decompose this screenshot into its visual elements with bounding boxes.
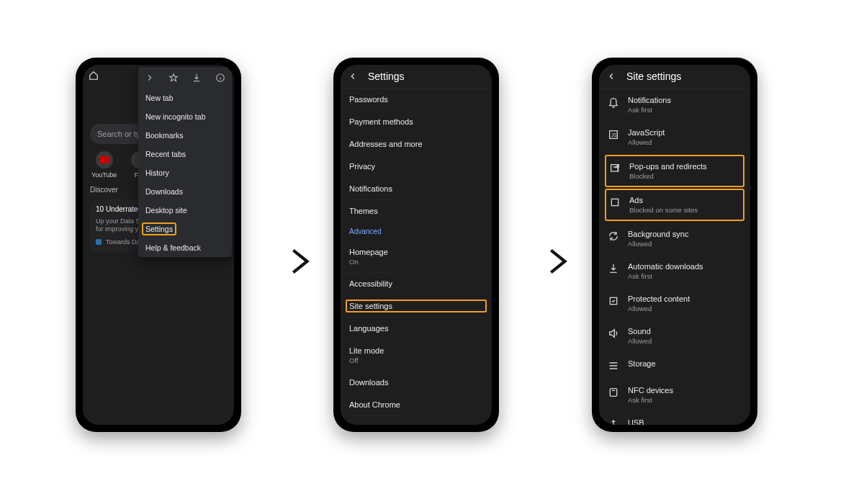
chip-label: YouTube	[91, 171, 117, 179]
back-icon[interactable]	[348, 71, 358, 81]
js-icon: JS	[608, 129, 619, 140]
home-icon[interactable]	[89, 71, 99, 81]
settings-item-passwords[interactable]: Passwords	[341, 89, 492, 111]
protect-icon	[608, 295, 619, 307]
site-setting-label: Notifications	[628, 96, 671, 104]
shortcut-chip[interactable]: YouTube	[91, 151, 117, 179]
menu-item-bookmarks[interactable]: Bookmarks	[138, 126, 232, 145]
site-setting-label: Protected content	[628, 294, 690, 303]
settings-item-site-settings[interactable]: Site settings	[341, 295, 492, 318]
settings-item-homepage[interactable]: HomepageOn	[341, 241, 492, 273]
settings-item-label: Privacy	[349, 162, 483, 171]
phone1-screen: G Search or type w YouTubeFac Discover 1…	[83, 65, 234, 425]
menu-item-desktop-site[interactable]: Desktop site	[138, 201, 232, 220]
settings-item-label: Accessibility	[349, 279, 483, 288]
svg-rect-6	[611, 199, 618, 205]
settings-item-about-chrome[interactable]: About Chrome	[341, 394, 492, 416]
menu-item-new-tab[interactable]: New tab	[138, 89, 232, 107]
menu-item-history[interactable]: History	[138, 163, 232, 182]
stop-icon	[609, 197, 621, 208]
settings-item-label: Homepage	[349, 248, 483, 256]
phone-step-1: G Search or type w YouTubeFac Discover 1…	[76, 58, 241, 432]
settings-item-accessibility[interactable]: Accessibility	[341, 273, 492, 295]
youtube-icon	[96, 151, 113, 168]
site-setting-pop-ups-and-redirects[interactable]: Pop-ups and redirectsBlocked	[605, 155, 744, 187]
usb-icon	[608, 419, 619, 425]
menu-item-help-feedback[interactable]: Help & feedback	[138, 238, 232, 257]
phone2-screen: Settings PasswordsPayment methodsAddress…	[341, 65, 492, 425]
site-setting-label: Background sync	[628, 230, 688, 238]
settings-item-label: Notifications	[349, 184, 483, 193]
site-setting-sub: Ask first	[628, 272, 703, 280]
menu-top-icons	[138, 67, 232, 89]
settings-item-privacy[interactable]: Privacy	[341, 156, 492, 178]
forward-icon[interactable]	[145, 73, 155, 83]
site-setting-background-sync[interactable]: Background syncAllowed	[599, 222, 750, 255]
popup-icon	[609, 163, 621, 174]
site-settings-title: Site settings	[626, 71, 681, 82]
settings-item-label: Themes	[349, 207, 483, 215]
step-arrow-1	[282, 245, 315, 278]
phone3-screen: Site settings NotificationsAsk firstJSJa…	[599, 65, 750, 425]
settings-item-notifications[interactable]: Notifications	[341, 178, 492, 200]
site-setting-label: JavaScript	[628, 128, 665, 137]
download-icon	[608, 263, 619, 274]
settings-item-label: Lite mode	[349, 346, 483, 355]
sound-icon	[608, 328, 619, 339]
svg-rect-8	[610, 389, 616, 397]
storage-icon	[608, 360, 619, 372]
site-setting-sub: Allowed	[628, 138, 665, 146]
site-setting-nfc-devices[interactable]: NFC devicesAsk first	[599, 379, 750, 411]
settings-item-sub: On	[349, 258, 483, 266]
section-header: Advanced	[341, 222, 492, 241]
site-setting-ads[interactable]: AdsBlocked on some sites	[605, 189, 744, 221]
bell-icon	[608, 96, 619, 108]
menu-item-recent-tabs[interactable]: Recent tabs	[138, 145, 232, 163]
svg-rect-5	[611, 165, 618, 171]
menu-item-settings[interactable]: Settings	[138, 220, 232, 238]
site-setting-storage[interactable]: Storage	[599, 352, 750, 379]
settings-item-payment-methods[interactable]: Payment methods	[341, 111, 492, 133]
site-setting-sub: Allowed	[628, 240, 688, 248]
settings-item-sub: Off	[349, 356, 483, 364]
settings-item-label: Passwords	[349, 95, 483, 104]
site-setting-sub: Blocked	[629, 172, 707, 180]
site-setting-notifications[interactable]: NotificationsAsk first	[599, 89, 750, 121]
site-setting-javascript[interactable]: JSJavaScriptAllowed	[599, 121, 750, 153]
nfc-icon	[608, 387, 619, 398]
settings-item-label: Downloads	[349, 378, 483, 387]
site-setting-sub: Ask first	[628, 396, 673, 404]
settings-item-languages[interactable]: Languages	[341, 318, 492, 340]
settings-list: PasswordsPayment methodsAddresses and mo…	[341, 89, 492, 416]
site-setting-sub: Ask first	[628, 106, 671, 114]
settings-header: Settings	[341, 65, 492, 89]
settings-item-label: Site settings	[346, 300, 487, 312]
back-icon[interactable]	[606, 71, 616, 81]
step-arrow-2	[540, 245, 573, 278]
settings-item-label: Languages	[349, 324, 483, 333]
settings-item-themes[interactable]: Themes	[341, 200, 492, 222]
site-settings-list: NotificationsAsk firstJSJavaScriptAllowe…	[599, 89, 750, 425]
highlighted-menu-item: Settings	[142, 222, 176, 235]
site-setting-sub: Allowed	[628, 305, 690, 312]
site-setting-usb[interactable]: USBAsk first	[599, 411, 750, 425]
site-setting-sub: Allowed	[628, 337, 652, 345]
site-setting-label: NFC devices	[628, 386, 673, 395]
site-setting-protected-content[interactable]: Protected contentAllowed	[599, 287, 750, 320]
settings-item-lite-mode[interactable]: Lite modeOff	[341, 340, 492, 372]
menu-item-new-incognito-tab[interactable]: New incognito tab	[138, 107, 232, 126]
download-icon[interactable]	[192, 73, 202, 83]
star-icon[interactable]	[168, 73, 179, 83]
site-setting-automatic-downloads[interactable]: Automatic downloadsAsk first	[599, 255, 750, 287]
site-setting-sound[interactable]: SoundAllowed	[599, 320, 750, 352]
info-icon[interactable]	[215, 73, 225, 83]
source-favicon	[96, 239, 102, 245]
menu-item-downloads[interactable]: Downloads	[138, 182, 232, 201]
site-setting-label: Ads	[629, 196, 698, 204]
site-setting-label: Pop-ups and redirects	[629, 162, 707, 171]
settings-item-downloads[interactable]: Downloads	[341, 372, 492, 394]
settings-item-addresses-and-more[interactable]: Addresses and more	[341, 133, 492, 156]
site-setting-label: Sound	[628, 327, 652, 336]
site-settings-header: Site settings	[599, 65, 750, 89]
site-setting-label: USB	[628, 418, 652, 425]
